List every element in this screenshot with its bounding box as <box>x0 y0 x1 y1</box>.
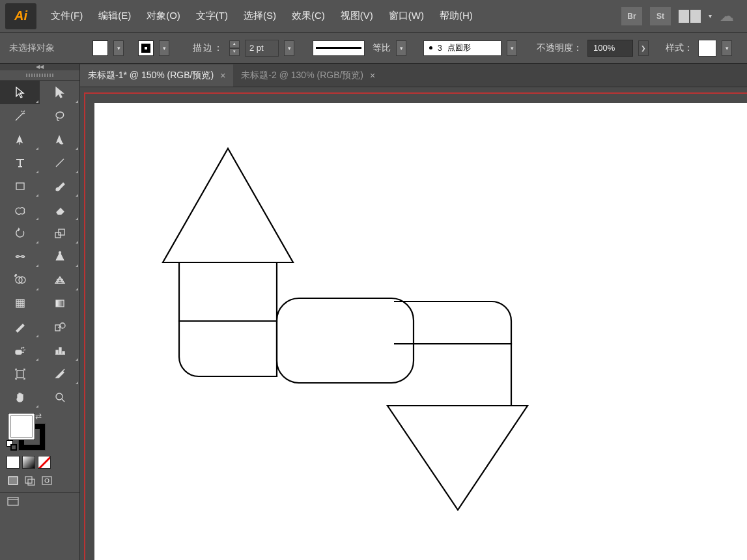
line-tool[interactable] <box>40 151 79 175</box>
rotate-tool[interactable] <box>0 221 40 245</box>
collapse-panels-icon[interactable]: ◀◀ <box>0 64 79 70</box>
draw-mode-row <box>0 471 79 492</box>
screen-mode-row <box>0 492 79 514</box>
main-area: ◀◀ <box>0 64 747 560</box>
svg-rect-7 <box>56 300 64 307</box>
magic-wand-tool[interactable] <box>0 104 40 128</box>
color-mode-none[interactable] <box>38 456 51 469</box>
free-transform-tool[interactable] <box>40 245 79 268</box>
symbol-sprayer-tool[interactable] <box>0 339 40 362</box>
artboard-tool[interactable] <box>0 362 40 385</box>
stroke-profile-preview[interactable] <box>313 40 365 56</box>
stroke-weight-stepper[interactable]: ▴▾ <box>229 40 240 56</box>
menu-help[interactable]: 帮助(H) <box>432 5 481 27</box>
stroke-profile-dropdown[interactable]: ▾ <box>396 40 406 56</box>
brush-profile-label: 点圆形 <box>447 42 471 53</box>
menu-view[interactable]: 视图(V) <box>333 5 381 27</box>
selection-tool[interactable] <box>0 81 40 104</box>
eraser-tool[interactable] <box>40 198 79 221</box>
shaper-tool[interactable] <box>0 198 40 221</box>
default-fill-stroke-icon[interactable] <box>7 440 17 451</box>
gradient-tool[interactable] <box>40 292 79 315</box>
menu-type[interactable]: 文字(T) <box>188 5 236 27</box>
stroke-weight-dropdown[interactable]: ▾ <box>284 40 294 56</box>
svg-point-3 <box>59 252 61 254</box>
shape-builder-tool[interactable] <box>0 268 40 292</box>
toolbox: ◀◀ <box>0 64 79 560</box>
style-dropdown[interactable]: ▾ <box>722 40 732 56</box>
stroke-label[interactable]: 描边： <box>193 42 224 54</box>
graphic-style-swatch[interactable] <box>698 40 716 57</box>
opacity-label[interactable]: 不透明度： <box>537 42 582 54</box>
svg-rect-10 <box>16 350 21 354</box>
draw-inside-icon[interactable] <box>40 474 53 487</box>
close-icon[interactable]: × <box>370 70 375 81</box>
width-tool[interactable] <box>0 245 40 268</box>
menubar-right: Br St ▾ ☁ <box>621 7 747 25</box>
artwork[interactable] <box>94 103 746 559</box>
workspace-switcher[interactable] <box>679 10 701 23</box>
fill-dropdown[interactable]: ▾ <box>113 40 124 56</box>
screen-mode-icon[interactable] <box>7 496 20 509</box>
color-mode-solid[interactable] <box>7 456 20 469</box>
draw-behind-icon[interactable] <box>23 474 36 487</box>
app-logo: Ai <box>5 3 36 29</box>
curvature-tool[interactable] <box>40 128 79 151</box>
mesh-tool[interactable] <box>0 292 40 315</box>
slice-tool[interactable] <box>40 362 79 385</box>
opacity-field[interactable]: 100% <box>587 40 633 57</box>
stroke-swatch[interactable] <box>138 40 154 56</box>
menu-select[interactable]: 选择(S) <box>236 5 284 27</box>
canvas-viewport[interactable] <box>80 87 747 560</box>
type-tool[interactable] <box>0 151 40 175</box>
brush-points: 3 <box>438 44 442 53</box>
rectangle-tool[interactable] <box>0 175 40 198</box>
menu-edit[interactable]: 编辑(E) <box>91 5 139 27</box>
document-area: 未标题-1* @ 150% (RGB/预览) × 未标题-2 @ 130% (R… <box>79 64 747 560</box>
svg-rect-18 <box>8 497 18 505</box>
menu-effect[interactable]: 效果(C) <box>284 5 333 27</box>
fill-stroke-controls: ⇄ <box>0 409 79 453</box>
sync-settings-icon[interactable]: ☁ <box>720 8 734 25</box>
pen-tool[interactable] <box>0 128 40 151</box>
paintbrush-tool[interactable] <box>40 175 79 198</box>
menu-window[interactable]: 窗口(W) <box>381 5 432 27</box>
document-tab-inactive[interactable]: 未标题-2 @ 130% (RGB/预览) × <box>233 64 383 87</box>
dot-icon <box>429 46 432 49</box>
style-label[interactable]: 样式： <box>666 42 693 54</box>
app-logo-text: Ai <box>14 8 27 23</box>
blend-tool[interactable] <box>40 315 79 339</box>
brush-dropdown[interactable]: ▾ <box>507 40 517 56</box>
fill-color-indicator[interactable] <box>8 413 35 440</box>
stroke-weight-field[interactable]: 2 pt <box>245 40 279 57</box>
menu-object[interactable]: 对象(O) <box>139 5 188 27</box>
tool-grid <box>0 81 79 409</box>
opacity-dropdown[interactable]: ❯ <box>638 40 649 56</box>
fill-swatch[interactable] <box>92 40 108 56</box>
svg-rect-11 <box>17 371 23 378</box>
scale-tool[interactable] <box>40 221 79 245</box>
chevron-down-icon[interactable]: ▾ <box>709 12 712 20</box>
stock-icon[interactable]: St <box>650 7 671 25</box>
hand-tool[interactable] <box>0 385 40 409</box>
control-bar: 未选择对象 ▾ ▾ 描边： ▴▾ 2 pt ▾ 等比 ▾ 3 点圆形 ▾ 不透明… <box>0 33 747 64</box>
direct-selection-tool[interactable] <box>40 81 79 104</box>
column-graph-tool[interactable] <box>40 339 79 362</box>
brush-definition[interactable]: 3 点圆形 <box>423 40 501 56</box>
document-tab-active[interactable]: 未标题-1* @ 150% (RGB/预览) × <box>80 64 233 87</box>
menu-bar: Ai 文件(F) 编辑(E) 对象(O) 文字(T) 选择(S) 效果(C) 视… <box>0 0 747 33</box>
swap-fill-stroke-icon[interactable]: ⇄ <box>35 412 42 421</box>
close-icon[interactable]: × <box>220 70 225 81</box>
color-mode-gradient[interactable] <box>22 456 35 469</box>
selection-status: 未选择对象 <box>9 42 55 54</box>
toolbox-drag-handle[interactable] <box>0 70 79 81</box>
stroke-dropdown[interactable]: ▾ <box>159 40 169 56</box>
eyedropper-tool[interactable] <box>0 315 40 339</box>
perspective-grid-tool[interactable] <box>40 268 79 292</box>
draw-normal-icon[interactable] <box>7 474 20 487</box>
zoom-tool[interactable] <box>40 385 79 409</box>
menu-file[interactable]: 文件(F) <box>43 5 91 27</box>
svg-rect-14 <box>25 477 32 483</box>
bridge-icon[interactable]: Br <box>621 7 642 25</box>
lasso-tool[interactable] <box>40 104 79 128</box>
